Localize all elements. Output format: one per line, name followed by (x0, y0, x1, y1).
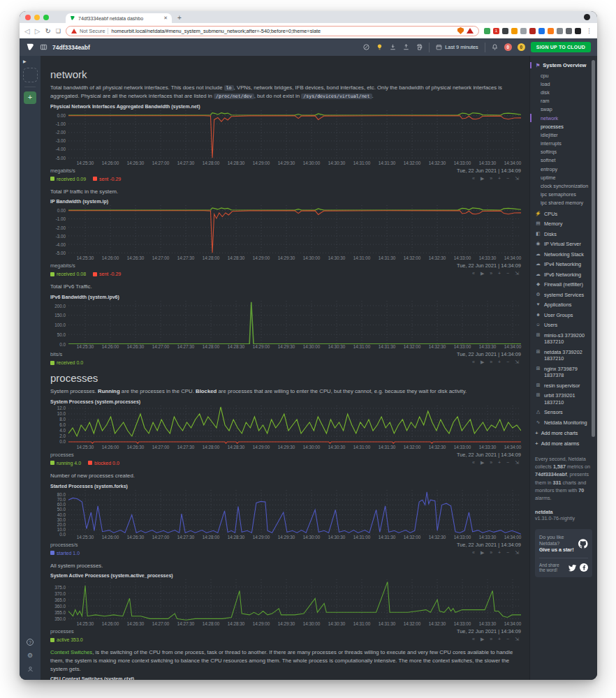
browser-extension-icon-5[interactable] (520, 28, 527, 34)
browser-extension-icon-9[interactable] (557, 28, 563, 34)
minimize-window-button[interactable] (34, 15, 40, 20)
sidebar-item-cpu[interactable]: cpu (535, 71, 592, 80)
legend-item-received[interactable]: received 0.0 (50, 360, 83, 365)
user-profile-icon[interactable] (27, 665, 34, 673)
chart-toolbar-icons[interactable]: « ▶ » + − ⇲ (472, 460, 521, 466)
sidebar-item-softirqs[interactable]: softirqs (535, 148, 592, 156)
browser-extension-icon-11[interactable] (575, 28, 581, 34)
sidebar-section-memory[interactable]: ▤Memory (535, 221, 592, 227)
chart-toolbar-icons[interactable]: « ▶ » + − ⇲ (472, 550, 521, 556)
sidebar-section-firewall[interactable]: ◆Firewall (netfilter) (535, 281, 592, 288)
sidebar-section-ip[interactable]: ◉IP Virtual Server (535, 241, 592, 247)
url-text[interactable]: homeurbit.local/netdata/#menu_system_sub… (111, 28, 455, 34)
sidebar-section-systemd[interactable]: ⚙systemd Services (535, 292, 592, 298)
sidebar-section-applications[interactable]: ♥Applications (535, 302, 592, 308)
maximize-window-button[interactable] (43, 15, 49, 20)
scrollbar[interactable] (592, 60, 595, 437)
sidebar-section-user[interactable]: ☻User Groups (535, 312, 592, 318)
sidebar-item-ipc-semaphores[interactable]: ipc semaphores (535, 191, 592, 199)
tab-overview-icon[interactable] (584, 14, 590, 20)
chart-system-ipv6[interactable]: IPv6 Bandwidth (system.ipv6)200.0150.010… (50, 295, 521, 365)
sidebar-section-disks[interactable]: ◧Disks (535, 231, 592, 237)
add-space-button[interactable]: + (24, 91, 36, 104)
close-window-button[interactable] (25, 15, 31, 20)
back-icon[interactable]: ◁ (24, 27, 30, 35)
chart-toolbar-icons[interactable]: « ▶ » + − ⇲ (472, 637, 521, 642)
sidebar-item-ram[interactable]: ram (535, 97, 592, 105)
browser-extension-icon-1[interactable] (484, 28, 490, 34)
facebook-icon[interactable] (580, 563, 588, 572)
legend-item-received[interactable]: received 0.08 (50, 272, 86, 276)
reload-icon[interactable]: ↻ (45, 27, 50, 35)
chart-toolbar-icons[interactable]: « ▶ » + − ⇲ (472, 271, 521, 276)
tab-close-icon[interactable]: ✕ (163, 15, 168, 21)
legend-item-active[interactable]: active 353.0 (50, 637, 83, 642)
legend-item-received[interactable]: received 0.09 (50, 177, 86, 181)
twitter-icon[interactable] (569, 564, 576, 572)
plot-area[interactable] (68, 406, 521, 445)
sidebar-section-netdata[interactable]: ⊞netdata 3739202 1837210 (535, 349, 592, 362)
sidebar-item-interrupts[interactable]: interrupts (535, 140, 592, 148)
browser-extension-icon-4[interactable] (511, 28, 518, 34)
edit-mode-icon[interactable] (362, 43, 370, 51)
legend-item-sent[interactable]: sent -0.29 (93, 272, 121, 276)
browser-extension-icon-3[interactable] (502, 28, 508, 34)
sidebar-item-swap[interactable]: swap (535, 105, 592, 114)
sidebar-section-sensors[interactable]: △Sensors (535, 409, 592, 415)
sidebar-section-ipv6[interactable]: ☁IPv6 Networking (535, 272, 592, 278)
browser-extension-icon-10[interactable] (566, 28, 572, 34)
sidebar-action-add-more-charts[interactable]: +Add more charts (535, 430, 592, 436)
expand-rail-icon[interactable]: ▶ (23, 59, 27, 64)
chart-toolbar-icons[interactable]: « ▶ » + − ⇲ (472, 176, 521, 181)
github-icon[interactable] (578, 538, 588, 549)
sidebar-item-entropy[interactable]: entropy (535, 165, 592, 173)
new-tab-button[interactable]: + (177, 14, 182, 22)
sidebar-item-clock-synchronization[interactable]: clock synchronization (535, 181, 592, 190)
plot-area[interactable] (68, 490, 521, 535)
chart-system-active-processes[interactable]: System Active Processes (system.active_p… (50, 573, 521, 642)
shield-icon[interactable] (457, 27, 464, 34)
critical-alarms-badge[interactable]: 0 (504, 43, 512, 51)
sidebar-section-users[interactable]: ☺Users (535, 322, 592, 328)
sidebar-item-load[interactable]: load (535, 80, 592, 88)
sidebar-section-ipv4[interactable]: ☁IPv4 Networking (535, 261, 592, 267)
legend-item-running[interactable]: running 4.0 (50, 461, 81, 466)
browser-menu-icon[interactable]: ⋮ (586, 27, 592, 34)
settings-gear-icon[interactable]: ⚙ (27, 652, 33, 659)
sidebar-item-ipc-shared-memory[interactable]: ipc shared memory (535, 199, 592, 207)
sidebar-section-cpus[interactable]: ⚡CPUs (535, 211, 592, 217)
import-snapshot-icon[interactable] (389, 43, 397, 51)
browser-tab[interactable]: 74df3334eabf netdata dashbo ✕ (66, 13, 172, 23)
warning-alarms-badge[interactable]: 0 (518, 43, 525, 51)
time-range-picker[interactable]: Last 9 minutes (429, 43, 485, 52)
legend-item-started[interactable]: started 1.0 (50, 551, 80, 556)
browser-extension-icon-2[interactable]: 1 (493, 28, 499, 34)
chart-system-forks[interactable]: Started Processes (system.forks)80.070.0… (50, 484, 521, 556)
help-icon[interactable]: ? (27, 639, 34, 646)
sidebar-item-disk[interactable]: disk (535, 88, 592, 96)
chart-toolbar-icons[interactable]: « ▶ » + − ⇲ (472, 359, 521, 365)
sidebar-section-networking[interactable]: ☁Networking Stack (535, 251, 592, 258)
browser-extension-icon-7[interactable] (538, 28, 545, 34)
sidebar-action-add-more-alarms[interactable]: +Add more alarms (535, 440, 592, 447)
chart-system-processes[interactable]: System Processes (system.processes)12.01… (50, 399, 521, 466)
space-placeholder[interactable] (23, 68, 38, 82)
sidebar-item-network[interactable]: network (530, 114, 592, 122)
sidebar-section-minio-s3[interactable]: ⊞minio-s3 3739200 1837210 (535, 332, 592, 346)
alarm-bell-icon[interactable] (491, 43, 499, 51)
sidebar-item-system-overview[interactable]: ⚑ System Overview (530, 62, 592, 68)
side-panel-icon[interactable]: ❏ (56, 28, 61, 34)
plot-area[interactable] (68, 205, 521, 255)
node-name[interactable]: 74df3334eabf (52, 44, 90, 51)
sidebar-item-uptime[interactable]: uptime (535, 173, 592, 181)
plot-area[interactable] (68, 110, 521, 161)
sidebar-item-idlejitter[interactable]: idlejitter (535, 131, 592, 139)
print-icon[interactable] (416, 43, 423, 51)
plot-area[interactable] (68, 301, 521, 344)
sidebar-section-nginx[interactable]: ⊞nginx 3739879 1837378 (535, 366, 592, 379)
forward-icon[interactable]: ▷ (35, 27, 41, 35)
chart-system-net[interactable]: Physical Network Interfaces Aggregated B… (50, 104, 521, 181)
legend-item-blocked[interactable]: blocked 0.0 (88, 461, 119, 466)
sidebar-section-resin[interactable]: ⊞resin supervisor (535, 383, 592, 389)
browser-extension-icon-8[interactable] (548, 28, 554, 34)
